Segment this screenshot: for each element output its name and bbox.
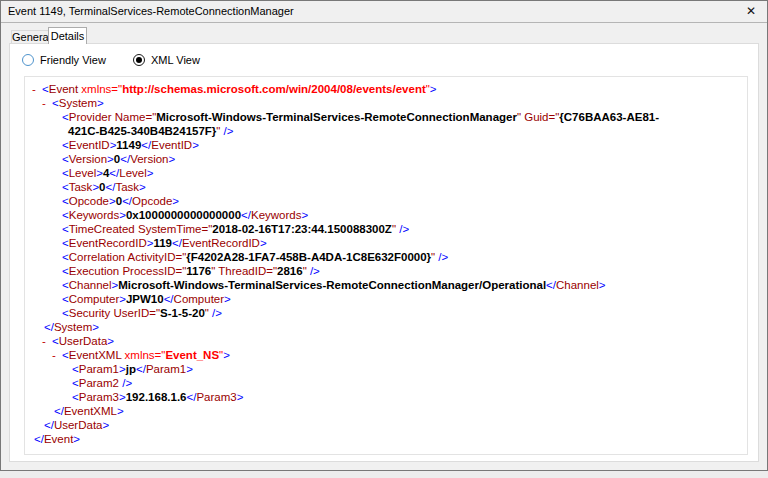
xml-segment-t: Event — [49, 83, 78, 95]
event-properties-dialog: Event 1149, TerminalServices-RemoteConne… — [0, 0, 768, 471]
xml-segment-m: > — [147, 167, 154, 179]
xml-segment-m: > — [109, 195, 116, 207]
collapse-marker[interactable]: - — [42, 96, 52, 110]
xml-line: -<UserData> — [25, 334, 747, 348]
xml-segment-m: /> — [435, 251, 448, 263]
friendly-view-radio[interactable]: Friendly View — [22, 54, 106, 66]
friendly-view-label: Friendly View — [40, 54, 106, 66]
xml-segment-t: Version — [130, 153, 168, 165]
xml-segment-m: < — [62, 153, 69, 165]
xml-line: 421C-B425-340B4B24157F}" /> — [25, 124, 747, 138]
xml-segment-m: > — [301, 209, 308, 221]
xml-segment-n: xmlns=" — [121, 349, 165, 361]
xml-segment-t: Param2 — [79, 377, 119, 389]
xml-segment-t: Keywords — [69, 209, 120, 221]
xml-line: <Level>4</Level> — [25, 166, 747, 180]
tab-details[interactable]: Details — [48, 27, 87, 44]
xml-line: <EventID>1149</EventID> — [25, 138, 747, 152]
radio-unselected-icon — [22, 54, 34, 66]
xml-segment-t: UserData — [54, 419, 103, 431]
collapse-marker[interactable]: - — [52, 348, 62, 362]
xml-segment-m: < — [72, 377, 79, 389]
collapse-marker[interactable]: - — [32, 82, 42, 96]
xml-segment-m: > — [223, 349, 230, 361]
radio-selected-icon — [133, 54, 145, 66]
xml-segment-m: </ — [164, 293, 174, 305]
xml-line: <Param2 /> — [25, 376, 747, 390]
xml-segment-b: http://schemas.microsoft.com/win/2004/08… — [122, 83, 426, 95]
xml-segment-t: EventID — [69, 139, 110, 151]
xml-segment-m: < — [62, 167, 69, 179]
xml-segment-t: Param3 — [196, 391, 236, 403]
xml-segment-m: < — [62, 139, 69, 151]
xml-segment-t: EventID — [151, 139, 192, 151]
radio-dot — [136, 57, 142, 63]
xml-segment-m: > — [430, 83, 437, 95]
xml-segment-m: /> — [119, 377, 132, 389]
xml-segment-t: Task — [69, 181, 93, 193]
xml-segment-m: > — [260, 237, 267, 249]
xml-segment-m: > — [599, 279, 606, 291]
xml-segment-t: Provider — [69, 111, 112, 123]
xml-line: -<System> — [25, 96, 747, 110]
xml-segment-t: " ThreadID=" — [211, 265, 277, 277]
xml-line: <Channel>Microsoft-Windows-TerminalServi… — [25, 278, 747, 292]
xml-line: <Provider Name="Microsoft-Windows-Termin… — [25, 110, 747, 124]
xml-segment-t: Task — [115, 181, 139, 193]
xml-segment-v: 192.168.1.6 — [126, 391, 187, 403]
xml-segment-t: Version — [69, 153, 107, 165]
xml-segment-v: 0x1000000000000000 — [126, 209, 241, 221]
xml-segment-m: < — [62, 237, 69, 249]
xml-segment-t: EventRecordID — [69, 237, 147, 249]
xml-segment-v: 1176 — [186, 265, 211, 277]
close-icon: ✕ — [746, 4, 756, 18]
xml-segment-t: Opcode — [132, 195, 172, 207]
xml-segment-m: </ — [136, 363, 146, 375]
xml-segment-m: > — [119, 363, 126, 375]
xml-segment-m: > — [97, 97, 104, 109]
xml-segment-t: Event — [44, 433, 73, 445]
xml-segment-t: Keywords — [251, 209, 302, 221]
xml-segment-t: SystemTime=" — [135, 223, 212, 235]
xml-line: <TimeCreated SystemTime="2018-02-16T17:2… — [25, 222, 747, 236]
xml-segment-m: </ — [109, 167, 119, 179]
xml-segment-m: < — [62, 307, 69, 319]
xml-segment-m: > — [117, 405, 124, 417]
xml-segment-t: EventXML — [69, 349, 122, 361]
xml-segment-v: {C76BAA63-AE81- — [559, 111, 659, 123]
xml-segment-m: < — [62, 279, 69, 291]
xml-segment-t: ProcessID=" — [119, 265, 186, 277]
collapse-marker[interactable]: - — [42, 334, 52, 348]
xml-segment-m: < — [62, 195, 69, 207]
xml-line: <Security UserID="S-1-5-20" /> — [25, 306, 747, 320]
xml-segment-m: </ — [44, 419, 54, 431]
xml-segment-m: > — [192, 139, 199, 151]
xml-segment-t: Param3 — [79, 391, 119, 403]
xml-segment-n: xmlns=" — [78, 83, 122, 95]
xml-segment-m: < — [62, 349, 69, 361]
xml-segment-m: < — [62, 111, 69, 123]
xml-line: </Event> — [25, 432, 747, 446]
xml-segment-m: </ — [54, 405, 64, 417]
xml-segment-t: Correlation — [69, 251, 125, 263]
tab-general[interactable]: General — [11, 30, 49, 44]
xml-view-radio[interactable]: XML View — [133, 54, 200, 66]
close-button[interactable]: ✕ — [741, 2, 761, 21]
window-title: Event 1149, TerminalServices-RemoteConne… — [8, 5, 294, 17]
xml-segment-m: > — [237, 391, 244, 403]
xml-segment-t: Computer — [174, 293, 225, 305]
xml-segment-m: </ — [241, 209, 251, 221]
xml-view-panel[interactable]: -<Event xmlns="http://schemas.microsoft.… — [24, 76, 748, 455]
xml-segment-t: Param1 — [146, 363, 186, 375]
xml-line: -<Event xmlns="http://schemas.microsoft.… — [25, 82, 747, 96]
xml-segment-m: > — [107, 153, 114, 165]
xml-segment-v: JPW10 — [126, 293, 164, 305]
xml-segment-m: < — [52, 335, 59, 347]
xml-segment-t: Opcode — [69, 195, 109, 207]
xml-tree: -<Event xmlns="http://schemas.microsoft.… — [25, 82, 747, 446]
xml-line: <Correlation ActivityID="{F4202A28-1FA7-… — [25, 250, 747, 264]
xml-segment-m: < — [72, 363, 79, 375]
xml-segment-v: 2018-02-16T17:23:44.150088300Z — [212, 223, 392, 235]
xml-segment-m: </ — [122, 195, 132, 207]
xml-segment-v: Microsoft-Windows-TerminalServices-Remot… — [156, 111, 517, 123]
